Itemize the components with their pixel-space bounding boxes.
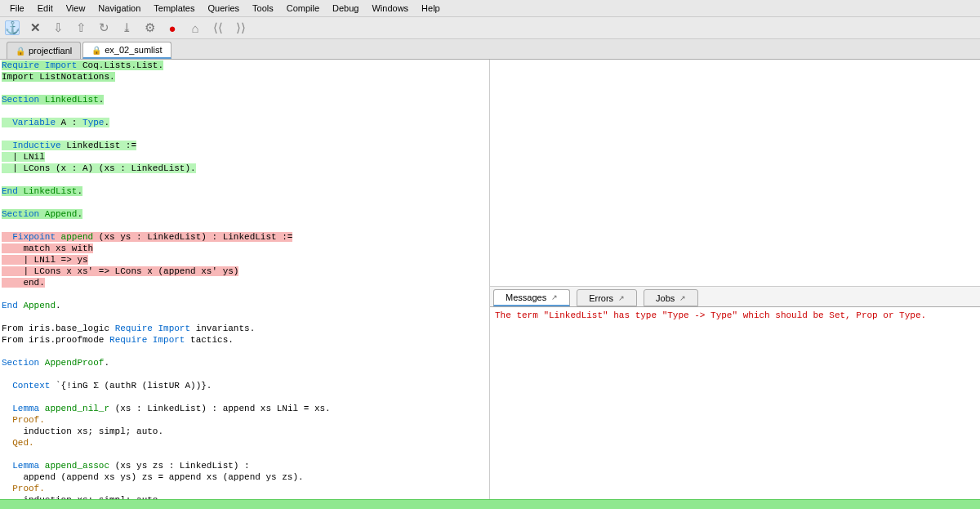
message-tabbar: Messages↗ Errors↗ Jobs↗ <box>490 287 980 307</box>
toolbar: ⚓ ✕ ⇩ ⇧ ↻ ⤓ ⚙ ● ⌂ ⟨⟨ ⟩⟩ <box>0 17 980 39</box>
menubar: File Edit View Navigation Templates Quer… <box>0 0 980 17</box>
next-icon[interactable]: ⟩⟩ <box>234 20 248 35</box>
menu-debug[interactable]: Debug <box>326 2 365 15</box>
menu-edit[interactable]: Edit <box>31 2 60 15</box>
up-arrow-icon[interactable]: ⇧ <box>74 20 88 35</box>
step-to-icon[interactable]: ⤓ <box>119 20 134 35</box>
menu-templates[interactable]: Templates <box>147 2 201 15</box>
menu-windows[interactable]: Windows <box>365 2 415 15</box>
menu-tools[interactable]: Tools <box>246 2 280 15</box>
menu-navigation[interactable]: Navigation <box>91 2 147 15</box>
save-icon[interactable]: ⚓ <box>5 20 20 35</box>
menu-queries[interactable]: Queries <box>201 2 246 15</box>
detach-icon[interactable]: ↗ <box>679 294 686 302</box>
nav-forward-icon[interactable]: ↻ <box>96 20 111 35</box>
close-icon[interactable]: ✕ <box>28 20 42 35</box>
tab-projectfianl[interactable]: 🔒projectfianl <box>7 42 81 59</box>
right-pane: Messages↗ Errors↗ Jobs↗ The term "Linked… <box>490 60 980 499</box>
detach-icon[interactable]: ↗ <box>551 293 558 301</box>
message-content[interactable]: The term "LinkedList" has type "Type -> … <box>490 307 980 499</box>
home-icon[interactable]: ⌂ <box>188 20 203 35</box>
prev-icon[interactable]: ⟨⟨ <box>211 20 225 35</box>
tab-jobs[interactable]: Jobs↗ <box>644 289 698 306</box>
tab-errors[interactable]: Errors↗ <box>577 289 637 306</box>
menu-help[interactable]: Help <box>415 2 447 15</box>
tab-ex-02-sumlist[interactable]: 🔒ex_02_sumlist <box>82 42 171 59</box>
down-arrow-icon[interactable]: ⇩ <box>51 20 65 35</box>
menu-view[interactable]: View <box>60 2 92 15</box>
script-editor[interactable]: Require Import Coq.Lists.List.Import Lis… <box>0 60 490 499</box>
goals-panel[interactable] <box>490 60 980 287</box>
menu-compile[interactable]: Compile <box>280 2 326 15</box>
lock-icon: 🔒 <box>16 47 25 56</box>
menu-file[interactable]: File <box>3 2 31 15</box>
lock-icon: 🔒 <box>91 46 101 55</box>
file-tabbar: 🔒projectfianl 🔒ex_02_sumlist <box>0 39 980 60</box>
detach-icon[interactable]: ↗ <box>618 294 625 302</box>
status-bar <box>0 499 980 509</box>
stop-icon[interactable]: ● <box>165 20 180 35</box>
messages-panel: Messages↗ Errors↗ Jobs↗ The term "Linked… <box>490 287 980 499</box>
tab-messages[interactable]: Messages↗ <box>493 289 570 306</box>
gear-icon[interactable]: ⚙ <box>142 20 157 35</box>
main-area: Require Import Coq.Lists.List.Import Lis… <box>0 60 980 499</box>
